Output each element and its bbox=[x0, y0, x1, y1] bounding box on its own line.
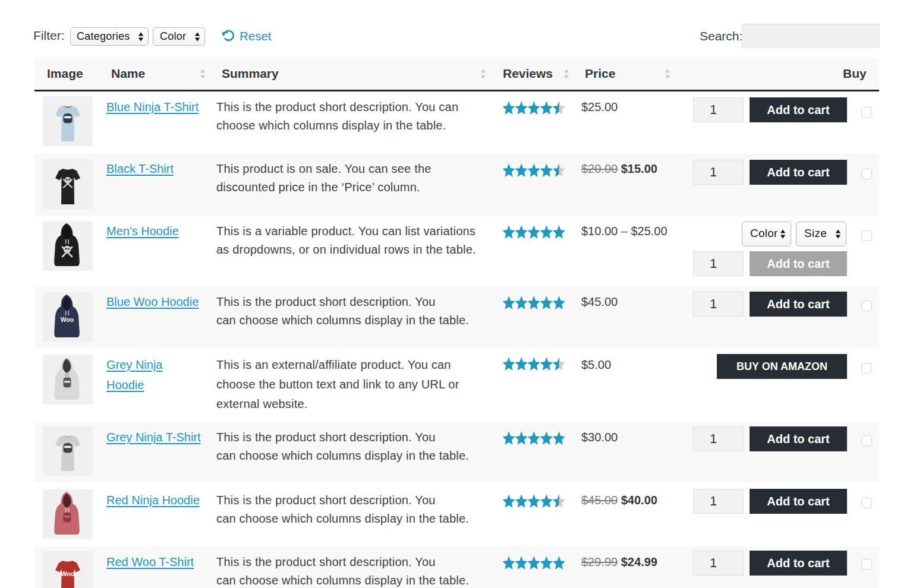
svg-text:Woo: Woo bbox=[61, 570, 75, 577]
svg-text:Woo: Woo bbox=[61, 316, 74, 323]
